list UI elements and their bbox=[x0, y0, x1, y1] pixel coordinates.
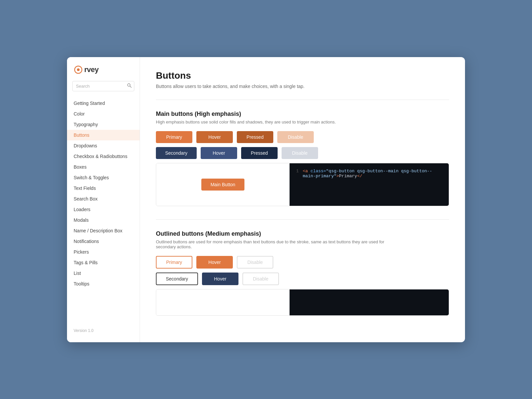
btn-main-primary-hover[interactable]: Hover bbox=[196, 131, 233, 143]
sidebar-logo: rvey bbox=[67, 65, 140, 81]
qrvey-logo-icon bbox=[74, 65, 83, 74]
btn-outline-primary-disabled: Disable bbox=[237, 256, 273, 269]
sidebar-search-container bbox=[72, 81, 134, 91]
code-text-content: Primary bbox=[339, 174, 357, 179]
btn-outline-secondary[interactable]: Secondary bbox=[156, 273, 198, 285]
btn-main-primary[interactable]: Primary bbox=[156, 131, 192, 143]
nav-item-switch-toggles[interactable]: Switch & Toggles bbox=[67, 172, 140, 183]
code-line-num: 1 bbox=[296, 169, 299, 179]
page-subtitle: Buttons allow users to take actions, and… bbox=[156, 84, 449, 89]
btn-main-primary-disabled: Disable bbox=[277, 131, 314, 143]
section-divider-top bbox=[156, 100, 449, 100]
nav-item-name-description-box[interactable]: Name / Description Box bbox=[67, 225, 140, 236]
main-content: Buttons Buttons allow users to take acti… bbox=[140, 57, 465, 342]
nav-item-tags-pills[interactable]: Tags & Pills bbox=[67, 257, 140, 268]
nav-item-text-fields[interactable]: Text Fields bbox=[67, 183, 140, 194]
main-secondary-button-row: Secondary Hover Pressed Disable bbox=[156, 147, 449, 159]
btn-outline-secondary-disabled: Disable bbox=[242, 273, 279, 285]
logo-text: rvey bbox=[84, 65, 99, 74]
btn-main-primary-pressed[interactable]: Pressed bbox=[237, 131, 273, 143]
btn-main-secondary-pressed[interactable]: Pressed bbox=[241, 147, 278, 159]
sidebar: rvey Getting Started Color Typography bbox=[67, 57, 140, 342]
preview-demo-button[interactable]: Main Button bbox=[201, 179, 245, 191]
nav-item-tooltips[interactable]: Tooltips bbox=[67, 279, 140, 289]
outlined-buttons-preview bbox=[156, 289, 449, 316]
nav-item-dropdowns[interactable]: Dropdowns bbox=[67, 140, 140, 151]
nav-item-buttons[interactable]: Buttons bbox=[67, 130, 140, 140]
code-tag-open: <a bbox=[303, 169, 310, 174]
nav-item-list[interactable]: List bbox=[67, 268, 140, 279]
main-buttons-preview: Main Button 1 <a class="qsg-button qsg-b… bbox=[156, 163, 449, 206]
section-main-buttons-title: Main buttons (High emphasis) bbox=[156, 111, 449, 118]
nav-item-color[interactable]: Color bbox=[67, 109, 140, 119]
section-outlined-buttons-title: Outlined buttons (Medium emphasis) bbox=[156, 230, 449, 237]
btn-main-secondary-disabled: Disable bbox=[282, 147, 318, 159]
page-title: Buttons bbox=[156, 70, 449, 81]
search-icon-button[interactable] bbox=[127, 83, 132, 89]
svg-line-3 bbox=[130, 86, 132, 88]
code-line-1: 1 <a class="qsg-button qsg-button--main … bbox=[296, 169, 442, 179]
nav-item-pickers[interactable]: Pickers bbox=[67, 247, 140, 257]
nav-item-typography[interactable]: Typography bbox=[67, 119, 140, 130]
btn-outline-primary-hover[interactable]: Hover bbox=[196, 256, 233, 269]
nav-item-modals[interactable]: Modals bbox=[67, 215, 140, 225]
code-tag-end: </ bbox=[357, 174, 363, 179]
nav-item-notifications[interactable]: Notifications bbox=[67, 236, 140, 247]
nav-item-boxes[interactable]: Boxes bbox=[67, 162, 140, 172]
svg-point-1 bbox=[77, 68, 80, 71]
search-input[interactable] bbox=[72, 81, 134, 91]
section-outlined-buttons: Outlined buttons (Medium emphasis) Outli… bbox=[156, 230, 449, 316]
code-attr-class: class= bbox=[310, 169, 326, 174]
preview-demo: Main Button bbox=[156, 163, 290, 206]
nav-item-search-box[interactable]: Search Box bbox=[67, 194, 140, 204]
search-icon bbox=[127, 83, 132, 88]
section-main-buttons: Main buttons (High emphasis) High emphas… bbox=[156, 111, 449, 206]
code-tag-close-bracket: > bbox=[336, 174, 339, 179]
nav-item-getting-started[interactable]: Getting Started bbox=[67, 98, 140, 109]
app-window: rvey Getting Started Color Typography bbox=[67, 57, 465, 342]
main-primary-button-row: Primary Hover Pressed Disable bbox=[156, 131, 449, 143]
btn-outline-secondary-hover[interactable]: Hover bbox=[202, 273, 238, 285]
btn-main-secondary-hover[interactable]: Hover bbox=[201, 147, 237, 159]
section-main-buttons-desc: High emphasis buttons use solid color fi… bbox=[156, 120, 388, 124]
nav-list: Getting Started Color Typography Buttons… bbox=[67, 98, 140, 324]
section-outlined-buttons-desc: Outlined buttons are used for more empha… bbox=[156, 239, 388, 249]
outlined-preview-demo bbox=[156, 289, 290, 315]
nav-item-checkbox-radiobuttons[interactable]: Checkbox & Radiobuttons bbox=[67, 151, 140, 162]
code-content: <a class="qsg-button qsg-button--main qs… bbox=[303, 169, 442, 179]
nav-item-loaders[interactable]: Loaders bbox=[67, 204, 140, 215]
preview-code: 1 <a class="qsg-button qsg-button--main … bbox=[290, 163, 449, 206]
btn-main-secondary[interactable]: Secondary bbox=[156, 147, 197, 159]
outlined-primary-button-row: Primary Hover Disable bbox=[156, 256, 449, 269]
sidebar-version: Version 1.0 bbox=[67, 324, 140, 337]
outlined-preview-code bbox=[290, 289, 449, 315]
section-divider-middle bbox=[156, 219, 449, 220]
btn-outline-primary[interactable]: Primary bbox=[156, 256, 192, 269]
outlined-secondary-button-row: Secondary Hover Disable bbox=[156, 273, 449, 285]
